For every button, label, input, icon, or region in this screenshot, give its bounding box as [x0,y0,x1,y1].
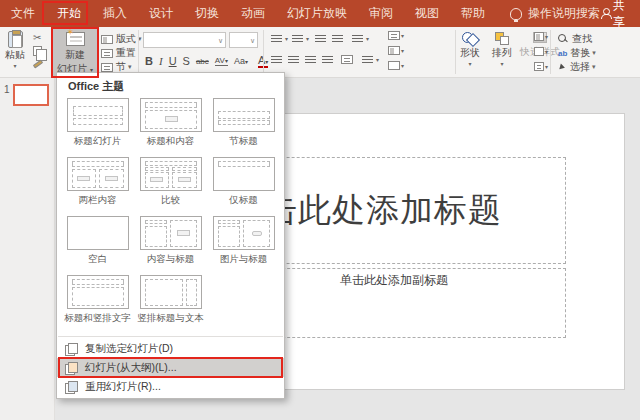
shape-fill-icon [534,32,544,41]
character-spacing-button[interactable]: AV▾ [215,56,228,66]
format-painter-button[interactable] [33,62,43,66]
align-text-icon [388,46,400,55]
layout-section-header-thumbnail [213,98,275,132]
tab-animations[interactable]: 动画 [230,0,276,27]
layout-two-content-thumbnail [67,157,129,191]
lightbulb-icon [510,8,522,20]
share-label: 共享 [613,0,630,31]
underline-button[interactable]: U [169,55,177,67]
layout-blank[interactable]: 空白 [61,216,134,266]
cut-button[interactable]: ✂ [33,33,41,43]
powerpoint-window: 文件 开始 插入 设计 切换 动画 幻灯片放映 审阅 视图 帮助 操作说明搜索 … [0,0,640,420]
paste-caret-icon: ▾ [13,62,16,69]
layout-title-and-vertical-text[interactable]: 标题和竖排文字 [61,275,134,325]
tab-review[interactable]: 审阅 [358,0,404,27]
layout-title-and-content[interactable]: 标题和内容 [134,98,207,148]
shape-outline-icon [534,47,544,56]
subtitle-placeholder-text: 单击此处添加副标题 [340,272,448,289]
text-direction-button[interactable]: ▾ [388,31,404,40]
tab-slideshow[interactable]: 幻灯片放映 [276,0,358,27]
justify-icon [322,55,333,64]
bullets-icon [271,34,282,43]
tab-insert[interactable]: 插入 [92,0,138,27]
layout-title-and-vertical-text-thumbnail [67,275,129,309]
columns-button[interactable] [341,55,353,64]
layout-content-with-caption-thumbnail [140,216,202,250]
new-slide-label-1: 新建 [65,48,85,62]
shape-effects-button[interactable]: ▾ [534,62,548,71]
align-left-button[interactable] [271,55,284,64]
new-slide-button[interactable]: 新建 幻灯片 ▾ [53,29,97,78]
paste-button[interactable]: 粘贴 ▾ [5,31,25,69]
columns2-icon [362,55,373,64]
section-icon [101,63,113,72]
layout-two-content[interactable]: 两栏内容 [61,157,134,207]
menu-item-slides-from-outline[interactable]: 幻灯片(从大纲)(L)... [57,358,284,377]
dropdown-theme-header: Office 主题 [57,73,284,98]
line-spacing-button[interactable]: ▾ [352,34,369,43]
align-center-button[interactable] [288,55,301,64]
reset-button[interactable]: 重置 [101,46,136,60]
bold-button[interactable]: B [145,55,153,67]
align-left-icon [271,55,282,64]
layout-button[interactable]: 版式▾ [101,32,142,46]
strikethrough-button[interactable]: abc [196,57,209,66]
text-shadow-button[interactable]: S [183,55,190,67]
replace-button[interactable]: ab替换▾ [558,46,596,60]
bullets-button[interactable]: ▾ [271,34,288,43]
change-case-button[interactable]: Aa▾ [234,56,248,66]
new-slide-icon [66,32,85,46]
arrange-button[interactable]: 排列▾ [492,32,512,67]
layout-title-slide-thumbnail [67,98,129,132]
slides-thumbnail-panel: 1 [0,78,55,420]
layout-title-and-content-thumbnail [140,98,202,132]
decrease-indent-button[interactable] [315,34,328,43]
shapes-button[interactable]: 形状▾ [460,32,480,67]
layout-title-only[interactable]: 仅标题 [207,157,280,207]
tab-view[interactable]: 视图 [404,0,450,27]
layout-vertical-title-and-text[interactable]: 竖排标题与文本 [134,275,207,325]
layout-icon [101,35,113,44]
columns-icon [341,55,353,64]
layout-picture-with-caption[interactable]: 图片与标题 [207,216,280,266]
layout-comparison[interactable]: 比较 [134,157,207,207]
shape-fill-button[interactable]: ▾ [534,32,548,41]
menu-item-reuse-slides[interactable]: 重用幻灯片(R)... [57,377,284,396]
layout-content-with-caption[interactable]: 内容与标题 [134,216,207,266]
layout-title-slide[interactable]: 标题幻灯片 [61,98,134,148]
reuse-slides-icon [65,381,77,393]
slide-thumbnail-1[interactable] [13,84,49,106]
select-button[interactable]: 选择▾ [558,60,596,74]
align-text-button[interactable]: ▾ [388,46,404,55]
menu-item-duplicate-slides[interactable]: 复制选定幻灯片(D) [57,339,284,358]
text-direction-icon [388,31,400,40]
layout-comparison-thumbnail [140,157,202,191]
tell-me-search[interactable]: 操作说明搜索 [510,5,600,22]
find-button[interactable]: 查找 [558,32,592,46]
copy-icon [33,46,42,56]
align-right-button[interactable] [305,55,318,64]
line-spacing-icon [352,34,363,43]
copy-button[interactable] [33,46,42,56]
decrease-indent-icon [315,34,326,43]
brush-icon [33,59,43,68]
numbering-button[interactable]: ▾ [292,34,309,43]
tab-home[interactable]: 开始 [46,0,92,27]
tab-help[interactable]: 帮助 [450,0,496,27]
smartart-convert-button[interactable]: ▾ [388,61,404,70]
increase-indent-button[interactable] [332,34,345,43]
layout-section-header[interactable]: 节标题 [207,98,280,148]
font-name-select[interactable]: ∨ [143,32,226,48]
search-icon [558,34,568,44]
reset-icon [101,49,113,58]
italic-button[interactable]: I [159,55,163,67]
font-size-select[interactable]: ∨ [229,32,258,48]
shape-outline-button[interactable]: ▾ [534,47,548,56]
add-columns-button[interactable]: ▾ [362,55,379,64]
tab-design[interactable]: 设计 [138,0,184,27]
justify-button[interactable] [322,55,335,64]
arrange-icon [495,32,509,44]
tab-transitions[interactable]: 切换 [184,0,230,27]
tab-file[interactable]: 文件 [0,0,46,27]
share-button[interactable]: 共享 [600,0,640,31]
